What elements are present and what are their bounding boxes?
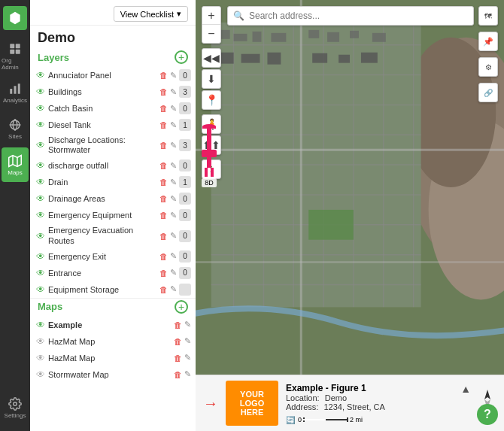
trash-icon[interactable]: 🗑 [159, 232, 168, 241]
layer-item-emergency-exit[interactable]: 👁 Emergency Exit 🗑 ✎ 0 [30, 248, 196, 265]
layer-item-diesel[interactable]: 👁 Diesel Tank 🗑 ✎ 1 [30, 117, 196, 133]
add-layer-button[interactable]: + [175, 50, 188, 64]
trash-icon[interactable]: 🗑 [159, 141, 168, 150]
layer-item-entrance[interactable]: 👁 Entrance 🗑 ✎ 0 [30, 265, 196, 281]
edit-icon[interactable]: ✎ [184, 353, 191, 363]
trash-icon[interactable]: 🗑 [174, 337, 182, 346]
layer-name: Emergency Equipment [48, 211, 156, 220]
layer-item-discharge-locations[interactable]: 👁 Discharge Locations: Stormwater 🗑 ✎ 3 [30, 133, 196, 157]
trash-icon[interactable]: 🗑 [159, 178, 168, 187]
trash-icon[interactable]: 🗑 [159, 120, 168, 129]
nav-item-settings[interactable]: Settings [2, 390, 29, 425]
map-item-hazmat1[interactable]: 👁 HazMat Map 🗑 ✎ [30, 333, 196, 350]
edit-icon[interactable]: ✎ [170, 211, 177, 220]
app-logo[interactable] [3, 6, 27, 30]
trash-icon[interactable]: 🗑 [174, 354, 182, 363]
layer-name: Emergency Exit [48, 251, 156, 262]
trash-icon[interactable]: 🗑 [174, 370, 182, 379]
nav-item-analytics[interactable]: Analytics [2, 75, 29, 110]
nav-label-analytics: Analytics [3, 97, 27, 104]
layer-item-emergency-evacuation[interactable]: 👁 Emergency Evacuation Routes 🗑 ✎ 0 [30, 223, 196, 247]
edit-icon[interactable]: ✎ [170, 87, 177, 97]
map-item-hazmat2[interactable]: 👁 HazMat Map 🗑 ✎ [30, 350, 196, 366]
edit-icon[interactable]: ✎ [184, 336, 191, 346]
edit-icon[interactable]: ✎ [170, 141, 177, 150]
zoom-in-button[interactable]: + [202, 7, 220, 25]
expand-button[interactable]: ▲ [460, 383, 471, 395]
bookmark-button[interactable]: 📌 [478, 32, 498, 51]
zoom-out-button[interactable]: − [202, 25, 220, 43]
search-input[interactable] [227, 6, 474, 26]
layer-item-discharge-outfall[interactable]: 👁 discharge outfall 🗑 ✎ 0 [30, 157, 196, 174]
map-name: Stormwater Map [48, 370, 171, 379]
chevron-down-icon: ▾ [177, 9, 181, 19]
edit-icon[interactable]: ✎ [170, 268, 177, 278]
trash-icon[interactable]: 🗑 [159, 194, 168, 203]
trash-icon[interactable]: 🗑 [159, 161, 168, 170]
location-line: Location: Demo [286, 393, 385, 402]
nav-item-sites[interactable]: Sites [2, 111, 29, 146]
svg-rect-6 [18, 83, 20, 94]
svg-rect-51 [361, 53, 378, 63]
logo-line3: HERE [241, 408, 264, 417]
layer-item-equipment-storage[interactable]: 👁 Equipment Storage 🗑 ✎ [30, 281, 196, 298]
settings-map-button[interactable]: ⚙ [478, 57, 498, 77]
layer-item-drainage-areas[interactable]: 👁 Drainage Areas 🗑 ✎ 0 [30, 190, 196, 207]
trash-icon[interactable]: 🗑 [174, 320, 182, 329]
pan-left-button[interactable]: ◀◀ [202, 48, 221, 68]
trash-icon[interactable]: 🗑 [159, 87, 168, 96]
location-value: Demo [325, 393, 347, 402]
layer-name: Annuciator Panel [48, 70, 156, 80]
map-name: Example [48, 320, 171, 329]
arrow-indicator: → [203, 395, 218, 412]
visibility-icon: 👁 [36, 268, 45, 278]
layer-item-drain[interactable]: 👁 Drain 🗑 ✎ 1 [30, 174, 196, 190]
layer-item-emergency-equipment[interactable]: 👁 Emergency Equipment 🗑 ✎ 0 [30, 207, 196, 223]
edit-icon[interactable]: ✎ [170, 104, 177, 114]
nav-label-maps: Maps [8, 169, 23, 176]
trash-icon[interactable]: 🗑 [159, 211, 168, 220]
edit-icon[interactable]: ✎ [170, 251, 177, 261]
visibility-icon: 👁 [36, 120, 45, 130]
map-layers-button[interactable]: 🗺 [478, 6, 498, 26]
layer-item-annuciator[interactable]: 👁 Annuciator Panel 🗑 ✎ 0 [30, 67, 196, 83]
trash-icon[interactable]: 🗑 [159, 285, 168, 294]
address-label: Address: [286, 402, 318, 411]
add-map-button[interactable]: + [175, 300, 188, 314]
layer-item-catchbasin[interactable]: 👁 Catch Basin 🗑 ✎ 0 [30, 100, 196, 117]
edit-icon[interactable]: ✎ [170, 161, 177, 171]
map-area[interactable]: 🔍 + − ◀◀ ⬇ 📍 🧍 ⬆⬆ ℹ [196, 0, 504, 375]
location-label: Location: [286, 393, 320, 402]
svg-rect-2 [10, 50, 14, 54]
edit-icon[interactable]: ✎ [170, 231, 177, 241]
nav-item-maps[interactable]: Maps [2, 147, 29, 182]
edit-icon[interactable]: ✎ [170, 284, 177, 294]
map-item-example[interactable]: 👁 Example 🗑 ✎ [30, 317, 196, 333]
edit-icon[interactable]: ✎ [170, 120, 177, 130]
view-checklist-button[interactable]: View Checklist ▾ [114, 6, 188, 22]
edit-icon[interactable]: ✎ [184, 369, 191, 379]
edit-icon[interactable]: ✎ [184, 320, 191, 329]
trash-icon[interactable]: 🗑 [159, 269, 168, 278]
layer-actions: 🗑 ✎ 3 [159, 86, 191, 98]
bottom-bar: → YOUR LOGO HERE Example - Figure 1 Loca… [196, 375, 504, 431]
trash-icon[interactable]: 🗑 [159, 104, 168, 113]
layer-count: 0 [179, 250, 191, 263]
share-button[interactable]: 🔗 [478, 83, 498, 102]
help-button[interactable]: ? [477, 404, 498, 425]
layer-count: 0 [179, 193, 191, 205]
nav-item-org-admin[interactable]: Org Admin [2, 39, 29, 74]
layer-name: Diesel Tank [48, 120, 156, 130]
edit-icon[interactable]: ✎ [170, 194, 177, 204]
trash-icon[interactable]: 🗑 [159, 71, 168, 80]
svg-rect-1 [16, 44, 20, 48]
map-item-stormwater[interactable]: 👁 Stormwater Map 🗑 ✎ [30, 366, 196, 383]
location-button[interactable]: 📍 [202, 90, 221, 110]
svg-rect-47 [241, 54, 260, 63]
layer-item-buildings[interactable]: 👁 Buildings 🗑 ✎ 3 [30, 83, 196, 100]
download-button[interactable]: ⬇ [202, 69, 221, 89]
layer-actions: 🗑 ✎ 0 [159, 193, 191, 205]
edit-icon[interactable]: ✎ [170, 71, 177, 80]
trash-icon[interactable]: 🗑 [159, 252, 168, 261]
edit-icon[interactable]: ✎ [170, 178, 177, 187]
